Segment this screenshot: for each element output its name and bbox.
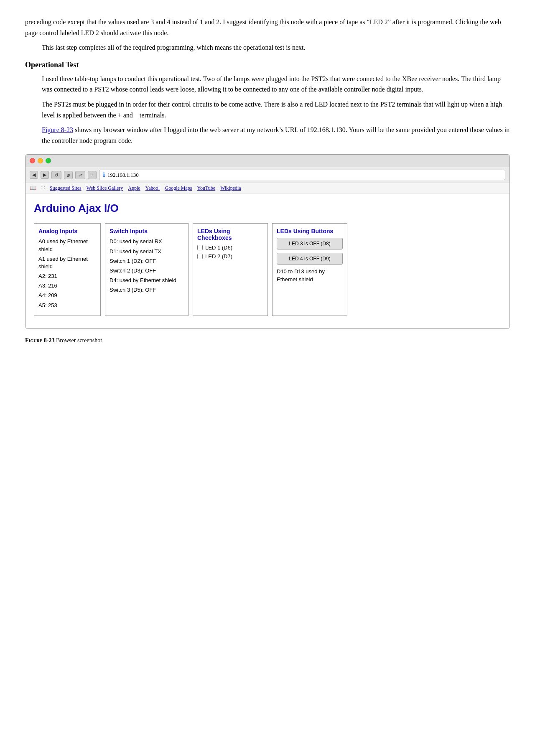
close-dot[interactable] xyxy=(30,158,35,163)
bookmark-wikipedia[interactable]: Wikipedia xyxy=(220,185,241,191)
address-bar[interactable]: ℹ 192.168.1.130 xyxy=(99,170,505,180)
led-buttons-title: LEDs Using Buttons xyxy=(277,228,343,234)
led2-checkbox-item: LED 2 (D7) xyxy=(197,253,263,260)
add-tab-button[interactable]: + xyxy=(88,171,97,179)
analog-a2: A2: 231 xyxy=(38,272,96,280)
paragraph-3: I used three table-top lamps to conduct … xyxy=(42,74,510,95)
analog-a0: A0 used by Ethernet shield xyxy=(38,238,96,253)
paragraph-2: This last step completes all of the requ… xyxy=(42,42,510,53)
bookmark-google-maps[interactable]: Google Maps xyxy=(165,185,192,191)
reading-list-icon: 📖 xyxy=(30,185,36,191)
switch-3: Switch 3 (D5): OFF xyxy=(110,286,184,294)
bookmark-yahoo[interactable]: Yahoo! xyxy=(145,185,160,191)
switch-inputs-title: Switch Inputs xyxy=(110,228,184,234)
bookmark-web-slice-gallery[interactable]: Web Slice Gallery xyxy=(87,185,123,191)
paragraph-4: The PST2s must be plugged in in order fo… xyxy=(42,99,510,120)
browser-toolbar: ◀ ▶ ↺ ⌀ ↗ + ℹ 192.168.1.130 xyxy=(25,167,510,183)
page-heading: Arduino Ajax I/O xyxy=(34,202,501,215)
paragraph-1: preceding code except that the values us… xyxy=(25,17,510,38)
bookmark-apple[interactable]: Apple xyxy=(128,185,140,191)
analog-a4: A4: 209 xyxy=(38,292,96,299)
analog-a3: A3: 216 xyxy=(38,282,96,290)
led2-checkbox[interactable] xyxy=(197,254,203,259)
led4-button[interactable]: LED 4 is OFF (D9) xyxy=(277,253,343,265)
analog-a1: A1 used by Ethernet shield xyxy=(38,255,96,270)
switch-inputs-panel: Switch Inputs D0: used by serial RX D1: … xyxy=(105,223,189,316)
bookmark-youtube[interactable]: YouTube xyxy=(197,185,215,191)
home-button[interactable]: ⌀ xyxy=(64,171,73,179)
figure-caption: Figure 8-23 Browser screenshot xyxy=(25,337,510,344)
led1-checkbox-item: LED 1 (D6) xyxy=(197,244,263,251)
analog-a5: A5: 253 xyxy=(38,302,96,309)
switch-d1: D1: used by serial TX xyxy=(110,248,184,255)
share-button[interactable]: ↗ xyxy=(75,171,85,179)
browser-window: ◀ ▶ ↺ ⌀ ↗ + ℹ 192.168.1.130 📖 ∷ Suggeste… xyxy=(25,154,510,329)
browser-titlebar xyxy=(25,155,510,167)
analog-inputs-panel: Analog Inputs A0 used by Ethernet shield… xyxy=(34,223,101,316)
paragraph-5-rest: shows my browser window after I logged i… xyxy=(42,126,510,144)
secure-icon: ℹ xyxy=(103,171,105,178)
section-heading-operational-test: Operational Test xyxy=(25,61,510,69)
grid-icon: ∷ xyxy=(41,185,45,191)
led1-checkbox[interactable] xyxy=(197,245,203,250)
led-checkboxes-title: LEDs Using Checkboxes xyxy=(197,228,263,241)
figure-caption-text: Browser screenshot xyxy=(55,337,102,344)
led3-button[interactable]: LED 3 is OFF (D8) xyxy=(277,238,343,249)
refresh-button[interactable]: ↺ xyxy=(51,171,61,179)
switch-d0: D0: used by serial RX xyxy=(110,238,184,245)
bookmark-suggested-sites[interactable]: Suggested Sites xyxy=(50,185,82,191)
led-buttons-panel: LEDs Using Buttons LED 3 is OFF (D8) LED… xyxy=(272,223,347,316)
address-text: 192.168.1.130 xyxy=(107,172,139,178)
led1-label: LED 1 (D6) xyxy=(205,244,232,251)
paragraph-5: Figure 8-23 shows my browser window afte… xyxy=(42,125,510,146)
led2-label: LED 2 (D7) xyxy=(205,253,232,260)
led-checkboxes-panel: LEDs Using Checkboxes LED 1 (D6) LED 2 (… xyxy=(193,223,268,316)
switch-2: Switch 2 (D3): OFF xyxy=(110,267,184,275)
switch-d4: D4: used by Ethernet shield xyxy=(110,277,184,284)
figure-link[interactable]: Figure 8-23 xyxy=(42,126,73,133)
figure-label: Figure 8-23 xyxy=(25,337,55,344)
forward-button[interactable]: ▶ xyxy=(41,171,49,179)
panels-grid: Analog Inputs A0 used by Ethernet shield… xyxy=(34,223,501,316)
led-buttons-note: D10 to D13 used by Ethernet shield xyxy=(277,268,343,283)
minimize-dot[interactable] xyxy=(38,158,43,163)
bookmarks-bar: 📖 ∷ Suggested Sites Web Slice Gallery Ap… xyxy=(25,183,510,193)
analog-inputs-title: Analog Inputs xyxy=(38,228,96,234)
maximize-dot[interactable] xyxy=(46,158,51,163)
back-button[interactable]: ◀ xyxy=(30,171,38,179)
browser-content: Arduino Ajax I/O Analog Inputs A0 used b… xyxy=(25,193,510,328)
switch-1: Switch 1 (D2): OFF xyxy=(110,257,184,265)
